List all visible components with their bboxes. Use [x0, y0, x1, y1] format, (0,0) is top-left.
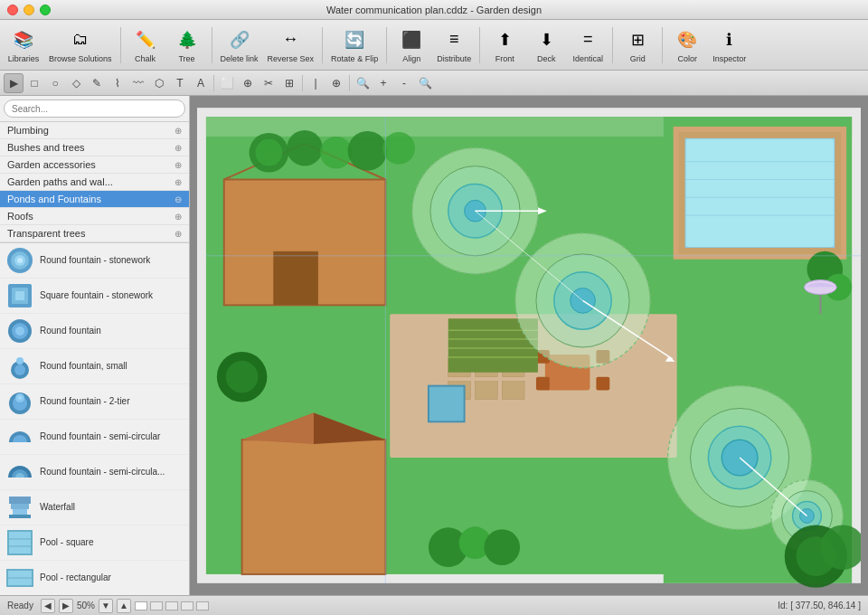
garden-canvas[interactable] — [197, 103, 861, 588]
toolbar-inspector[interactable]: ℹ Inspector — [709, 23, 750, 68]
toolbar-distribute[interactable]: ≡ Distribute — [433, 23, 475, 68]
tool-zoom[interactable]: 🔍 — [353, 73, 373, 93]
svg-rect-6 — [15, 291, 24, 300]
toolbar-rotate[interactable]: 🔄 Rotate & Flip — [327, 23, 382, 68]
svg-rect-56 — [475, 382, 497, 400]
window-title: Water communication plan.cddz - Garden d… — [326, 5, 542, 15]
sidebar-item-7[interactable]: Waterfall — [0, 490, 189, 525]
reverse-icon: ↔ — [278, 27, 303, 52]
svg-rect-17 — [9, 497, 31, 504]
toolbar-tree[interactable]: 🌲 Tree — [167, 23, 207, 68]
identical-label: Identical — [572, 54, 603, 63]
tool-rect[interactable]: □ — [24, 73, 44, 93]
toolbar-grid[interactable]: ⊞ Grid — [618, 23, 657, 68]
align-icon: ⬛ — [399, 27, 424, 52]
sidebar-cat-ponds[interactable]: Ponds and Fountains ⊖ — [0, 191, 189, 208]
sidebar-item-9[interactable]: Pool - rectangular — [0, 561, 189, 595]
minimize-button[interactable] — [24, 5, 34, 15]
toolbar-browse[interactable]: 🗂 Browse Solutions — [45, 23, 116, 68]
tool-add[interactable]: ⊕ — [238, 73, 258, 93]
svg-rect-68 — [429, 386, 465, 422]
grid-label: Grid — [630, 54, 646, 63]
fullscreen-button[interactable] — [40, 5, 51, 15]
svg-rect-19 — [13, 509, 27, 515]
zoom-level: 50% — [77, 601, 95, 610]
tool-cut[interactable]: ✂ — [259, 73, 278, 93]
tool-pen[interactable]: ✎ — [87, 73, 107, 93]
page-3[interactable] — [165, 601, 178, 610]
svg-point-94 — [320, 137, 353, 169]
svg-point-92 — [255, 139, 282, 166]
tool-grid2[interactable]: ⊞ — [279, 73, 299, 93]
toolbar-reverse[interactable]: ↔ Reverse Sex — [264, 23, 318, 68]
statusbar-left: Ready ◀ ▶ 50% ▼ ▲ — [7, 599, 209, 613]
toolbar-libraries[interactable]: 📚 Libraries — [4, 23, 43, 68]
search-input[interactable] — [4, 99, 185, 118]
sidebar-cat-paths[interactable]: Garden paths and wal... ⊕ — [0, 174, 189, 191]
zoom-nav-prev[interactable]: ◀ — [41, 599, 55, 613]
tool-curve[interactable]: 〰 — [128, 73, 148, 93]
tool-text2[interactable]: A — [191, 73, 211, 93]
tool-zoom-fit[interactable]: 🔍 — [415, 73, 435, 93]
page-4[interactable] — [181, 601, 193, 610]
close-button[interactable] — [7, 5, 18, 15]
sidebar-item-8[interactable]: Pool - square — [0, 525, 189, 561]
tool-zoom-out[interactable]: - — [394, 73, 414, 93]
main-content: Plumbing ⊕ Bushes and trees ⊕ Garden acc… — [0, 96, 868, 595]
toolbar-deck[interactable]: ⬇ Deck — [526, 23, 566, 68]
tool-connector[interactable]: | — [306, 73, 326, 93]
distribute-label: Distribute — [437, 54, 471, 63]
sidebar-item-4[interactable]: Round fountain - 2-tier — [0, 384, 189, 420]
tool-polygon[interactable]: ⬡ — [149, 73, 169, 93]
tool-image[interactable]: ⬜ — [217, 73, 237, 93]
toolbar-front[interactable]: ⬆ Front — [485, 23, 524, 68]
sidebar-cat-plumbing[interactable]: Plumbing ⊕ — [0, 122, 189, 139]
tool-text[interactable]: T — [170, 73, 190, 93]
toolbar-color[interactable]: 🎨 Color — [667, 23, 707, 68]
sidebar-item-5[interactable]: Round fountain - semi-circular — [0, 420, 189, 455]
delete-link-icon: 🔗 — [227, 27, 252, 52]
svg-rect-57 — [502, 382, 524, 400]
zoom-nav-next[interactable]: ▶ — [59, 599, 73, 613]
secondary-toolbar: ▶ □ ○ ◇ ✎ ⌇ 〰 ⬡ T A ⬜ ⊕ ✂ ⊞ | ⊕ 🔍 + - 🔍 — [0, 71, 868, 96]
page-2[interactable] — [150, 601, 163, 610]
sidebar-item-0[interactable]: Round fountain - stonework — [0, 243, 189, 279]
toolbar-sep-7 — [662, 27, 663, 63]
tool-line[interactable]: ⌇ — [108, 73, 127, 93]
cat-trees-expand: ⊕ — [175, 229, 182, 239]
toolbar-chalk[interactable]: ✏️ Chalk — [126, 23, 165, 68]
tool-connection[interactable]: ⊕ — [326, 73, 346, 93]
toolbar-delete-link[interactable]: 🔗 Delete link — [217, 23, 262, 68]
tool-diamond[interactable]: ◇ — [66, 73, 86, 93]
sidebar-search-area — [0, 96, 189, 122]
svg-rect-45 — [242, 440, 386, 574]
toolbar-identical[interactable]: = Identical — [568, 23, 608, 68]
sidebar-item-2[interactable]: Round fountain — [0, 314, 189, 349]
sidebar-cat-accessories[interactable]: Garden accessories ⊕ — [0, 156, 189, 174]
canvas-area[interactable] — [190, 96, 868, 595]
main-toolbar: 📚 Libraries 🗂 Browse Solutions ✏️ Chalk … — [0, 20, 868, 71]
zoom-increase[interactable]: ▲ — [117, 599, 131, 613]
sidebar-item-icon-8 — [5, 528, 34, 557]
cat-ponds-label: Ponds and Fountains — [7, 194, 101, 204]
sidebar-item-icon-5 — [5, 422, 34, 451]
sidebar-cat-bushes[interactable]: Bushes and trees ⊕ — [0, 139, 189, 156]
front-icon: ⬆ — [492, 27, 517, 52]
page-1[interactable] — [135, 601, 147, 610]
sidebar-item-3[interactable]: Round fountain, small — [0, 349, 189, 384]
tool-select[interactable]: ▶ — [4, 73, 24, 93]
svg-rect-35 — [686, 139, 835, 247]
sidebar-cat-roofs[interactable]: Roofs ⊕ — [0, 208, 189, 225]
svg-point-108 — [805, 280, 837, 295]
sidebar-item-icon-3 — [5, 352, 34, 381]
zoom-decrease[interactable]: ▼ — [99, 599, 113, 613]
tool-circle[interactable]: ○ — [45, 73, 65, 93]
page-5[interactable] — [196, 601, 209, 610]
sidebar-cat-trees[interactable]: Transparent trees ⊕ — [0, 225, 189, 242]
sidebar-item-1[interactable]: Square fountain - stonework — [0, 279, 189, 314]
sidebar-item-6[interactable]: Round fountain - semi-circula... — [0, 455, 189, 490]
coordinates-display: Id: [ 377.50, 846.14 ] — [778, 601, 861, 610]
svg-point-9 — [15, 326, 24, 336]
toolbar-align[interactable]: ⬛ Align — [392, 23, 431, 68]
tool-zoom-in[interactable]: + — [373, 73, 393, 93]
